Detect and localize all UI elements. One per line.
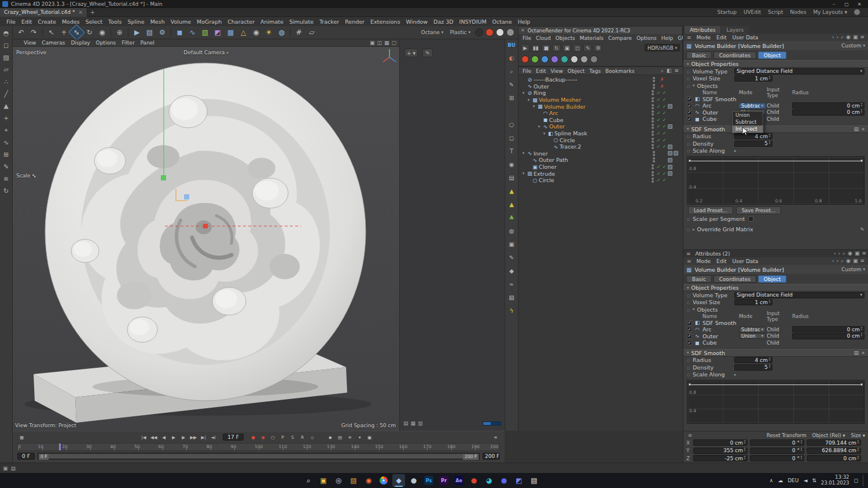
- history-icon[interactable]: ↻: [3, 188, 9, 194]
- attr-lock-icon[interactable]: ◉: [846, 34, 851, 40]
- octane-picker-icon[interactable]: ✎: [583, 44, 592, 52]
- anim-dot-icon[interactable]: ○: [687, 69, 690, 73]
- visibility-dots-icon[interactable]: [652, 138, 654, 143]
- octane-portal-icon[interactable]: [561, 56, 568, 63]
- user-data-menu[interactable]: User Data: [730, 258, 761, 264]
- anim-dot-icon[interactable]: ○: [687, 76, 690, 80]
- tab-coordinates[interactable]: Coordinates: [713, 51, 756, 59]
- marker-button[interactable]: ▾: [355, 434, 364, 441]
- attr-back-icon[interactable]: ‹: [832, 34, 834, 40]
- stepper-arrows[interactable]: ▴▾: [858, 441, 859, 445]
- visibility-dots-icon[interactable]: [652, 110, 654, 116]
- viewport-menu-cameras[interactable]: Cameras: [39, 40, 68, 46]
- object-manager-menu-file[interactable]: File: [520, 68, 534, 74]
- taskbar-cinema4d-button[interactable]: ◆: [392, 474, 405, 487]
- timeline-mode-icon[interactable]: ▦: [17, 434, 26, 441]
- enabled-check-icon[interactable]: ✓: [662, 117, 667, 123]
- range-end-handle[interactable]: 200 F: [463, 454, 479, 460]
- enabled-check-icon[interactable]: ✓: [656, 124, 661, 129]
- stepper-arrows[interactable]: ▴▾: [769, 358, 770, 363]
- enabled-check-icon[interactable]: ✓: [662, 104, 667, 109]
- size-field[interactable]: 709.144 cm▴▾: [807, 439, 861, 446]
- enabled-check-icon[interactable]: ✓: [662, 164, 667, 169]
- camera-label[interactable]: Default Camera ▾: [183, 50, 228, 56]
- axis-mode-icon[interactable]: ⌖: [4, 127, 8, 134]
- range-start-handle[interactable]: 0 F: [39, 454, 49, 460]
- scale-per-segment-checkbox[interactable]: [748, 216, 753, 221]
- object-tag-icon[interactable]: [668, 124, 672, 129]
- object-row-extrude[interactable]: ▾▧Extrude✓✓: [518, 170, 683, 177]
- layout-tab-nodes[interactable]: Nodes: [790, 9, 806, 15]
- collapse-arrow-icon[interactable]: ▾: [526, 98, 531, 102]
- strip-cache-icon[interactable]: ▥: [418, 420, 423, 426]
- viewport-menu-panel[interactable]: Panel: [138, 40, 157, 46]
- stepper-arrows[interactable]: ▴▾: [769, 365, 770, 369]
- object-tag-icon[interactable]: [668, 151, 672, 156]
- add-spline-icon[interactable]: ∿: [186, 27, 198, 38]
- record-rotation-button[interactable]: R: [298, 434, 307, 441]
- enabled-check-icon[interactable]: ✓: [662, 178, 667, 183]
- stepper-arrows[interactable]: ▴▾: [861, 103, 862, 108]
- position-field[interactable]: 355 cm▴▾: [693, 448, 748, 454]
- workplane-mode-icon[interactable]: ▱: [3, 66, 8, 73]
- radius-field[interactable]: 0 cm▴▾: [792, 333, 865, 339]
- position-field[interactable]: -25 cm▴▾: [693, 455, 748, 461]
- taskbar-notes-button[interactable]: ▤: [528, 474, 540, 487]
- octane-warning-a-icon[interactable]: ▲: [509, 188, 514, 194]
- attr-lock-icon[interactable]: ◉: [846, 258, 851, 264]
- octane-menu-compare[interactable]: Compare: [606, 35, 634, 41]
- octane-mix-material-icon[interactable]: [551, 56, 558, 63]
- octane-menu-cloud[interactable]: Cloud: [534, 35, 553, 41]
- layers-tab[interactable]: Layers: [721, 26, 749, 34]
- scale-tool-icon[interactable]: ↔: [68, 24, 85, 41]
- enabled-checkbox[interactable]: ✓: [687, 97, 692, 102]
- mode-dropdown-button[interactable]: Union▾: [739, 333, 766, 339]
- taskbar-premiere-button[interactable]: Pr: [437, 474, 450, 487]
- octane-bolt-icon[interactable]: ϟ: [510, 308, 514, 314]
- maximize-button[interactable]: ▢: [840, 2, 853, 7]
- enabled-check-icon[interactable]: ✓: [656, 144, 661, 149]
- attr-back-icon[interactable]: ‹: [834, 250, 836, 257]
- sdf-target-icon[interactable]: ⌖: [862, 350, 865, 356]
- section-object-properties[interactable]: ▾ Object Properties: [683, 60, 868, 68]
- enabled-checkbox[interactable]: ✓: [687, 334, 692, 339]
- close-button[interactable]: ✕: [853, 2, 866, 7]
- object-row-cloner[interactable]: ▣Cloner✓✓: [518, 164, 683, 171]
- attr-lock-icon[interactable]: ◉: [848, 250, 852, 257]
- motion-mode-button[interactable]: ≋: [345, 434, 354, 441]
- tab-coordinates[interactable]: Coordinates: [713, 275, 756, 283]
- stepper-arrows[interactable]: ▴▾: [801, 456, 802, 461]
- octane-ball-icon[interactable]: ◍: [509, 228, 514, 234]
- octane-orb-gray-icon[interactable]: [506, 28, 514, 36]
- texture-mode-icon[interactable]: ▨: [3, 54, 9, 61]
- menubar-item-spline[interactable]: Spline: [124, 19, 147, 25]
- volume-object-row-arc[interactable]: ✓◠ArcSubtract▾Child0 cm▴▾: [683, 102, 868, 109]
- stepper-arrows[interactable]: ▴▾: [769, 300, 770, 305]
- visibility-dots-icon[interactable]: [652, 164, 654, 169]
- object-manager-menu-view[interactable]: View: [549, 68, 565, 74]
- quantize-icon[interactable]: ⊞: [3, 151, 9, 158]
- expand-arrow-icon[interactable]: ▸: [734, 372, 737, 377]
- collapse-arrow-icon[interactable]: ▾: [531, 104, 536, 109]
- keyframe-selection-button[interactable]: ○: [269, 434, 277, 441]
- taskbar-edge-button[interactable]: ◕: [483, 474, 495, 487]
- document-tab[interactable]: Crazy_Wheel_Tutorial.c4d * ×: [0, 8, 87, 17]
- octane-region-icon[interactable]: ◻: [573, 44, 582, 52]
- user-avatar[interactable]: [854, 9, 860, 15]
- octane-node-editor-icon[interactable]: ⊞: [509, 95, 514, 101]
- current-frame-field[interactable]: 17 F: [223, 434, 244, 441]
- visibility-dots-icon[interactable]: [653, 84, 655, 89]
- strip-layers-icon[interactable]: ▤: [403, 420, 409, 426]
- enabled-check-icon[interactable]: ✓: [656, 138, 661, 143]
- stepper-arrows[interactable]: ▴▾: [744, 441, 745, 445]
- falloff-curve-editor[interactable]: 0.80.40.20.40.60.81.0: [687, 156, 865, 205]
- enabled-check-icon[interactable]: ✓: [662, 131, 667, 136]
- tray-chevron-icon[interactable]: ∧: [770, 478, 774, 483]
- object-manager-menu-object[interactable]: Object: [565, 68, 587, 74]
- octane-menu-file[interactable]: File: [520, 35, 534, 41]
- visibility-dots-icon[interactable]: [652, 171, 654, 176]
- play-button[interactable]: ▶: [170, 434, 178, 441]
- make-editable-icon[interactable]: ◓: [3, 30, 9, 36]
- om-filter-icon[interactable]: ◧: [667, 68, 672, 74]
- mode-menu[interactable]: Mode: [694, 258, 713, 264]
